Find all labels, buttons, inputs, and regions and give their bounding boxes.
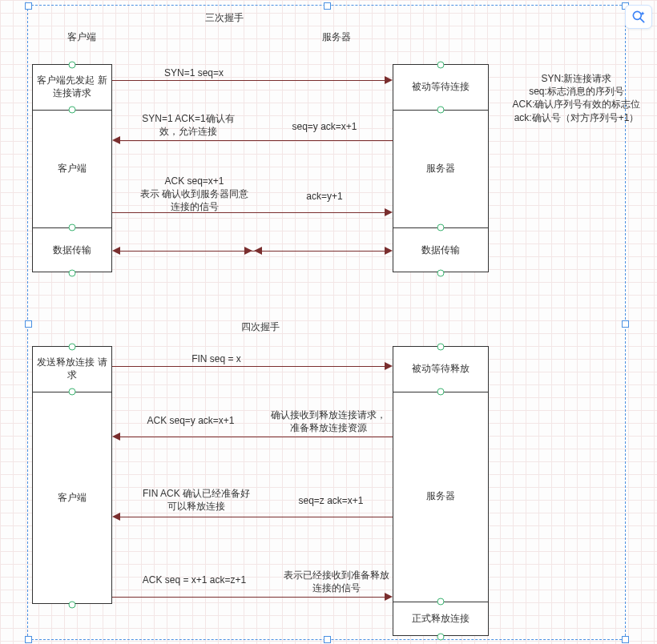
diagram-canvas[interactable]: 三次握手 客户端 服务器 SYN:新连接请求 seq:标志消息的序列号 ACK:…	[0, 0, 657, 644]
sel-handle-se[interactable]	[622, 636, 629, 643]
fw-a2-line	[120, 437, 393, 437]
fw-a4-label-left: ACK seq = x+1 ack=z+1	[120, 574, 268, 586]
header-server-1: 服务器	[304, 30, 369, 43]
four-way-server-box[interactable]: 被动等待释放 服务器 正式释放连接	[393, 346, 489, 636]
fw-client-state-2: 客户端	[33, 392, 111, 605]
tw-server-state-1: 被动等待连接	[393, 65, 488, 110]
tw-data-head-l	[112, 247, 120, 255]
tw-client-state-3: 数据传输	[33, 227, 111, 273]
ai-lens-button[interactable]	[625, 5, 652, 29]
fw-server-state-1: 被动等待释放	[393, 347, 488, 392]
fw-a3-head	[112, 513, 120, 521]
fw-client-state-1: 发送释放连接 请求	[33, 347, 111, 392]
sel-handle-n[interactable]	[324, 2, 331, 10]
fw-a3-label-right: seq=z ack=x+1	[279, 494, 383, 507]
tw-client-state-1: 客户端先发起 新连接请求	[33, 65, 111, 110]
fw-server-state-2: 服务器	[393, 392, 488, 602]
tw-data-head-r	[385, 247, 393, 255]
tw-a2-line	[120, 140, 393, 141]
fw-a2-label-left: ACK seq=y ack=x+1	[123, 414, 259, 427]
tw-data-mid-l	[254, 247, 262, 255]
tw-data-line	[120, 251, 385, 252]
sel-handle-sw[interactable]	[25, 636, 32, 643]
tw-a1-head	[385, 76, 393, 84]
tw-a3-head	[385, 208, 393, 216]
header-client-1: 客户端	[50, 30, 114, 43]
tw-server-state-3: 数据传输	[393, 227, 488, 273]
search-sparkle-icon	[631, 9, 647, 25]
fw-a4-head	[385, 593, 393, 601]
four-way-client-box[interactable]: 发送释放连接 请求 客户端	[32, 346, 112, 604]
fw-a1-line	[112, 366, 385, 367]
tw-a3-line	[112, 212, 385, 213]
fw-server-state-3: 正式释放连接	[393, 602, 488, 637]
svg-line-1	[640, 18, 644, 22]
tw-data-mid-r	[244, 247, 252, 255]
sel-handle-nw[interactable]	[25, 2, 32, 10]
fw-a4-line	[112, 597, 385, 598]
title-four-way: 四次握手	[220, 320, 300, 333]
fw-a4-label-right: 表示已经接收到准备释放 连接的信号	[268, 569, 405, 594]
three-way-client-box[interactable]: 客户端先发起 新连接请求 客户端 数据传输	[32, 64, 112, 272]
fw-a3-label-left: FIN ACK 确认已经准备好 可以释放连接	[124, 487, 268, 513]
fw-a1-head	[385, 362, 393, 370]
tw-a3-label-left: ACK seq=x+1 表示 确认收到服务器同意 连接的信号	[120, 175, 268, 214]
fw-a2-label-right: 确认接收到释放连接请求， 准备释放连接资源	[260, 409, 397, 434]
tw-server-state-2: 服务器	[393, 110, 488, 227]
sel-handle-e[interactable]	[622, 320, 629, 328]
legend-text: SYN:新连接请求 seq:标志消息的序列号 ACK:确认序列号有效的标志位 a…	[498, 72, 655, 124]
sel-handle-s[interactable]	[324, 636, 331, 643]
fw-a2-head	[112, 433, 120, 441]
sel-handle-w[interactable]	[25, 320, 32, 328]
tw-a2-label-left: SYN=1 ACK=1确认有 效，允许连接	[120, 112, 256, 138]
tw-a2-head	[112, 136, 120, 144]
tw-a3-label-right: ack=y+1	[284, 190, 365, 203]
three-way-server-box[interactable]: 被动等待连接 服务器 数据传输	[393, 64, 489, 272]
fw-a3-line	[120, 517, 393, 517]
title-three-way: 三次握手	[184, 11, 264, 24]
tw-client-state-2: 客户端	[33, 110, 111, 227]
tw-a1-line	[112, 80, 385, 81]
tw-a2-label-right: seq=y ack=x+1	[272, 120, 377, 133]
fw-a1-label: FIN seq = x	[160, 352, 272, 365]
tw-a1-label: SYN=1 seq=x	[130, 66, 258, 79]
